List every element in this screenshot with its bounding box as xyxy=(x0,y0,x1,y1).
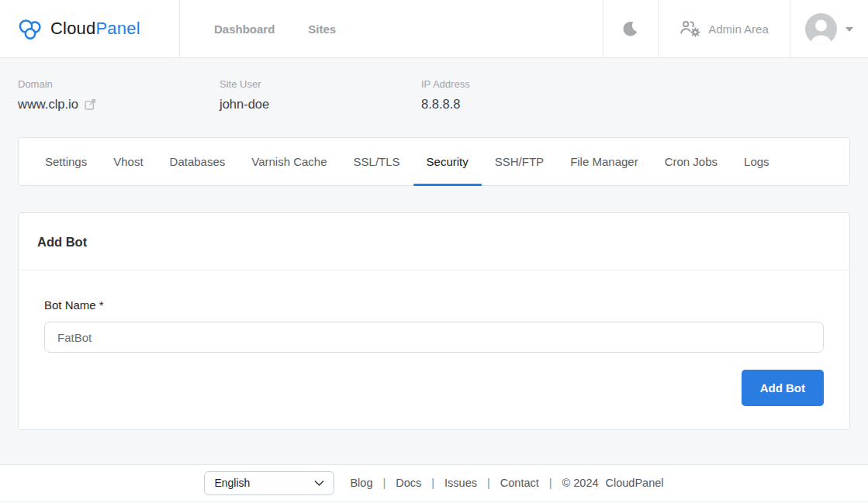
top-navbar: CloudPanel Dashboard Sites xyxy=(0,0,868,58)
header-spacer xyxy=(336,0,603,57)
brand-logo[interactable]: CloudPanel xyxy=(0,0,180,57)
bot-name-input[interactable] xyxy=(44,322,824,353)
site-tabs: Settings Vhost Databases Varnish Cache S… xyxy=(18,137,850,186)
domain-label: Domain xyxy=(18,78,220,90)
bot-name-label: Bot Name * xyxy=(44,298,824,312)
tab-logs[interactable]: Logs xyxy=(731,138,783,185)
footer-separator: | xyxy=(487,477,490,489)
tab-file-manager[interactable]: File Manager xyxy=(557,138,652,185)
moon-icon xyxy=(621,19,640,38)
cloud-logo-icon xyxy=(17,17,43,41)
admin-area-button[interactable]: Admin Area xyxy=(658,0,790,57)
tab-ssl-tls[interactable]: SSL/TLS xyxy=(341,138,413,185)
tab-settings[interactable]: Settings xyxy=(32,138,100,185)
add-bot-card: Add Bot Bot Name * Add Bot xyxy=(18,212,850,430)
footer-link-docs[interactable]: Docs xyxy=(396,477,421,489)
tab-security[interactable]: Security xyxy=(413,138,482,185)
add-bot-card-header: Add Bot xyxy=(19,213,849,270)
site-user-info: Site User john-doe xyxy=(220,78,421,112)
user-menu[interactable] xyxy=(790,0,868,57)
tab-varnish-cache[interactable]: Varnish Cache xyxy=(238,138,340,185)
footer-separator: | xyxy=(382,477,386,489)
tab-ssh-ftp[interactable]: SSH/FTP xyxy=(482,138,557,185)
tab-databases[interactable]: Databases xyxy=(157,138,239,185)
site-user-value: john-doe xyxy=(220,97,421,112)
ip-address-label: IP Address xyxy=(421,78,623,90)
add-bot-button[interactable]: Add Bot xyxy=(742,370,824,406)
ip-address-info: IP Address 8.8.8.8 xyxy=(421,78,623,112)
copyright-brand: CloudPanel xyxy=(606,477,664,489)
site-user-label: Site User xyxy=(220,78,421,90)
nav-item-sites[interactable]: Sites xyxy=(308,22,336,36)
users-gear-icon xyxy=(680,19,701,38)
domain-info: Domain www.clp.io xyxy=(18,78,220,112)
chevron-down-icon xyxy=(846,27,853,32)
footer-separator: | xyxy=(431,477,434,489)
add-bot-card-body: Bot Name * Add Bot xyxy=(19,270,849,429)
avatar xyxy=(805,13,837,45)
site-info-bar: Domain www.clp.io Site User john-doe IP … xyxy=(0,58,868,126)
footer: English Blog | Docs | Issues | Contact |… xyxy=(0,464,868,501)
footer-link-issues[interactable]: Issues xyxy=(444,477,477,489)
footer-link-blog[interactable]: Blog xyxy=(350,477,372,489)
copyright-year: © 2024 xyxy=(562,477,599,489)
external-link-icon[interactable] xyxy=(85,98,96,110)
ip-address-value: 8.8.8.8 xyxy=(421,97,623,112)
domain-value: www.clp.io xyxy=(18,97,78,112)
footer-separator: | xyxy=(549,477,552,489)
footer-links: Blog | Docs | Issues | Contact | © 2024 … xyxy=(350,477,663,489)
language-selected-value: English xyxy=(214,477,250,489)
dark-mode-toggle[interactable] xyxy=(603,0,658,57)
nav-item-dashboard[interactable]: Dashboard xyxy=(214,22,275,36)
footer-link-contact[interactable]: Contact xyxy=(500,477,539,489)
admin-area-label: Admin Area xyxy=(708,22,769,36)
add-bot-title: Add Bot xyxy=(37,235,831,250)
select-chevron-icon xyxy=(314,480,324,487)
language-select[interactable]: English xyxy=(204,471,334,495)
brand-name: CloudPanel xyxy=(50,19,140,39)
tab-vhost[interactable]: Vhost xyxy=(100,138,156,185)
main-nav: Dashboard Sites xyxy=(214,0,336,57)
copyright: © 2024 CloudPanel xyxy=(562,477,664,489)
tab-cron-jobs[interactable]: Cron Jobs xyxy=(652,138,731,185)
